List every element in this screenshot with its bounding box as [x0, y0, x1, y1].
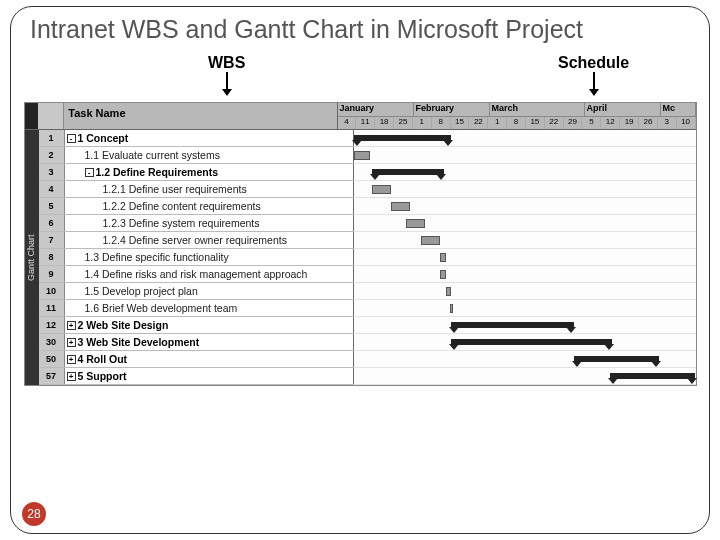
slide-title: Intranet WBS and Gantt Chart in Microsof…	[18, 12, 702, 52]
month-header: Mc	[661, 103, 696, 116]
month-header: March	[490, 103, 585, 116]
task-bar	[372, 185, 391, 194]
task-name-cell: 1.2.4 Define server owner requirements	[65, 232, 354, 248]
task-row: 57+5 Support	[39, 368, 354, 385]
task-row: 61.2.3 Define system requirements	[39, 215, 354, 232]
task-name-text: 2 Web Site Design	[78, 319, 169, 331]
task-row: 41.2.1 Define user requirements	[39, 181, 354, 198]
gantt-header: Task Name JanuaryFebruaryMarchAprilMc 41…	[25, 103, 696, 130]
msproject-gantt-diagram: Task Name JanuaryFebruaryMarchAprilMc 41…	[24, 102, 697, 386]
row-number: 2	[39, 147, 65, 163]
task-name-text: 1.1 Evaluate current systems	[85, 149, 220, 161]
gantt-row	[354, 181, 696, 198]
task-list: 1-1 Concept21.1 Evaluate current systems…	[39, 130, 354, 385]
schedule-label: Schedule	[558, 54, 629, 72]
summary-bar	[451, 339, 611, 345]
gantt-row	[354, 232, 696, 249]
gantt-bars-area	[354, 130, 696, 385]
gantt-sidebar-label: Gantt Chart	[25, 130, 39, 385]
day-header: 1	[413, 117, 432, 129]
row-number: 30	[39, 334, 65, 350]
task-row: 21.1 Evaluate current systems	[39, 147, 354, 164]
task-name-cell: +5 Support	[65, 368, 354, 384]
day-header: 4	[338, 117, 357, 129]
gantt-row	[354, 300, 696, 317]
gantt-row	[354, 334, 696, 351]
annotation-row: WBS Schedule	[18, 54, 702, 102]
day-header: 1	[488, 117, 507, 129]
task-row: 91.4 Define risks and risk management ap…	[39, 266, 354, 283]
expand-icon[interactable]: +	[67, 355, 76, 364]
task-bar	[450, 304, 454, 313]
task-name-cell: 1.6 Brief Web development team	[65, 300, 354, 316]
day-header: 19	[620, 117, 639, 129]
page-number-badge: 28	[22, 502, 46, 526]
task-row: 12+2 Web Site Design	[39, 317, 354, 334]
wbs-label: WBS	[208, 54, 245, 72]
task-name-text: 1.4 Define risks and risk management app…	[85, 268, 308, 280]
task-name-cell: 1.3 Define specific functionality	[65, 249, 354, 265]
task-name-text: 3 Web Site Development	[78, 336, 200, 348]
month-header: February	[414, 103, 490, 116]
day-header: 22	[545, 117, 564, 129]
summary-bar	[354, 135, 452, 141]
gantt-row	[354, 249, 696, 266]
task-name-text: 1 Concept	[78, 132, 129, 144]
gantt-row	[354, 164, 696, 181]
summary-bar	[574, 356, 659, 362]
row-number: 57	[39, 368, 65, 384]
task-name-text: 1.2 Define Requirements	[96, 166, 219, 178]
task-name-text: 1.3 Define specific functionality	[85, 251, 229, 263]
gantt-row	[354, 351, 696, 368]
day-header: 26	[639, 117, 658, 129]
task-name-header: Task Name	[64, 103, 337, 129]
task-bar	[446, 287, 452, 296]
arrow-down-icon	[593, 72, 595, 92]
summary-bar	[451, 322, 573, 328]
task-name-cell: +3 Web Site Development	[65, 334, 354, 350]
task-name-cell: 1.2.2 Define content requirements	[65, 198, 354, 214]
task-name-cell: -1.2 Define Requirements	[65, 164, 354, 180]
row-number: 12	[39, 317, 65, 333]
gantt-row	[354, 215, 696, 232]
gantt-row	[354, 317, 696, 334]
gantt-row	[354, 283, 696, 300]
collapse-icon[interactable]: -	[67, 134, 76, 143]
task-name-text: 1.2.4 Define server owner requirements	[103, 234, 287, 246]
expand-icon[interactable]: +	[67, 338, 76, 347]
schedule-label-arrow: Schedule	[558, 54, 629, 92]
day-header: 12	[601, 117, 620, 129]
task-name-text: 1.2.1 Define user requirements	[103, 183, 247, 195]
task-row: 3-1.2 Define Requirements	[39, 164, 354, 181]
timeline-header: JanuaryFebruaryMarchAprilMc 411182518152…	[338, 103, 696, 129]
task-name-cell: 1.2.1 Define user requirements	[65, 181, 354, 197]
row-number: 50	[39, 351, 65, 367]
task-row: 51.2.2 Define content requirements	[39, 198, 354, 215]
task-row: 111.6 Brief Web development team	[39, 300, 354, 317]
row-number: 1	[39, 130, 65, 146]
task-row: 101.5 Develop project plan	[39, 283, 354, 300]
row-number: 8	[39, 249, 65, 265]
expand-icon[interactable]: +	[67, 372, 76, 381]
task-name-text: 1.2.3 Define system requirements	[103, 217, 260, 229]
collapse-icon[interactable]: -	[85, 168, 94, 177]
gantt-row	[354, 368, 696, 385]
day-header: 8	[507, 117, 526, 129]
task-name-cell: -1 Concept	[65, 130, 354, 146]
day-header: 8	[432, 117, 451, 129]
task-row: 71.2.4 Define server owner requirements	[39, 232, 354, 249]
day-header: 5	[582, 117, 601, 129]
row-number: 3	[39, 164, 65, 180]
month-header: April	[585, 103, 661, 116]
task-row: 1-1 Concept	[39, 130, 354, 147]
row-number: 6	[39, 215, 65, 231]
task-name-cell: +4 Roll Out	[65, 351, 354, 367]
day-header: 18	[375, 117, 394, 129]
task-name-text: 1.5 Develop project plan	[85, 285, 198, 297]
task-bar	[440, 270, 446, 279]
task-bar	[354, 151, 371, 160]
arrow-down-icon	[226, 72, 228, 92]
task-name-cell: 1.4 Define risks and risk management app…	[65, 266, 354, 282]
task-row: 30+3 Web Site Development	[39, 334, 354, 351]
expand-icon[interactable]: +	[67, 321, 76, 330]
